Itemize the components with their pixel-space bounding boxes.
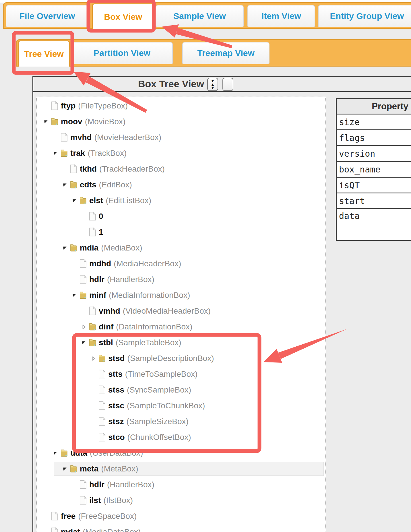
tab-item-view[interactable]: Item View xyxy=(247,5,315,27)
tree-node-stsd[interactable]: stsd(SampleDescriptionBox) xyxy=(37,350,325,366)
file-icon xyxy=(79,496,87,505)
tree-node-edts[interactable]: edts(EditBox) xyxy=(37,177,325,193)
node-toggle-open[interactable] xyxy=(43,119,49,125)
property-table-header: Property xyxy=(337,99,411,114)
tab-label: Tree View xyxy=(24,49,64,59)
node-name: dinf xyxy=(99,322,113,331)
tree-node-moov[interactable]: moov(MovieBox) xyxy=(37,114,325,129)
folder-icon xyxy=(60,448,68,458)
node-toggle-open[interactable] xyxy=(62,182,68,188)
folder-icon xyxy=(79,196,87,205)
tab-file-overview[interactable]: File Overview xyxy=(6,5,89,27)
node-toggle-spacer xyxy=(81,308,87,314)
node-toggle-closed[interactable] xyxy=(90,355,96,362)
node-type: (MediaHeaderBox) xyxy=(114,259,181,268)
node-type: (SyncSampleBox) xyxy=(127,385,191,395)
expand-all-button[interactable]: ▼▲▼ xyxy=(207,78,218,91)
tab-box-view[interactable]: Box View xyxy=(92,3,154,30)
node-toggle-spacer xyxy=(43,513,49,519)
file-icon xyxy=(98,417,106,426)
node-name: stsc xyxy=(108,401,124,410)
file-icon xyxy=(89,212,96,221)
tree-node-stbl[interactable]: stbl(SampleTableBox) xyxy=(37,335,325,350)
tree-node-minf[interactable]: minf(MediaInformationBox) xyxy=(37,287,325,303)
tree-node-stsc[interactable]: stsc(SampleToChunkBox) xyxy=(37,398,325,413)
node-toggle-spacer xyxy=(90,403,96,409)
collapse-node-icon xyxy=(44,119,48,124)
tree-node-mdhd[interactable]: mdhd(MediaHeaderBox) xyxy=(37,256,325,271)
file-icon xyxy=(89,228,96,237)
file-icon xyxy=(79,480,87,489)
tab-sample-view[interactable]: Sample View xyxy=(156,5,244,27)
tree-node-stts[interactable]: stts(TimeToSampleBox) xyxy=(37,366,325,382)
node-type: (TrackHeaderBox) xyxy=(99,164,165,174)
tree-node-0[interactable]: 0 xyxy=(37,208,325,224)
tree-node-ftyp[interactable]: ftyp(FileTypeBox) xyxy=(37,98,325,114)
tab-partition-view[interactable]: Partition View xyxy=(71,42,173,64)
collapse-all-button[interactable] xyxy=(222,78,233,91)
tree-node-vmhd[interactable]: vmhd(VideoMediaHeaderBox) xyxy=(37,303,325,319)
tree-node-mdia[interactable]: mdia(MediaBox) xyxy=(37,240,325,256)
tree-node-mdat[interactable]: mdat(MediaDataBox) xyxy=(37,524,325,532)
tree-node-1[interactable]: 1 xyxy=(37,224,325,240)
node-toggle-spacer xyxy=(81,229,87,235)
node-toggle-open[interactable] xyxy=(71,292,77,298)
tree-node-hdlr[interactable]: hdlr(HandlerBox) xyxy=(37,477,325,492)
tab-entity-group-view[interactable]: Entity Group View xyxy=(318,5,411,27)
folder-icon xyxy=(89,322,96,331)
tree-node-dinf[interactable]: dinf(DataInformationBox) xyxy=(37,319,325,335)
node-type: (MediaInformationBox) xyxy=(109,291,190,300)
node-name: tkhd xyxy=(80,164,97,174)
collapse-node-icon xyxy=(63,182,67,187)
node-type: (MovieHeaderBox) xyxy=(94,133,161,142)
folder-icon xyxy=(70,180,77,189)
tree-node-hdlr[interactable]: hdlr(HandlerBox) xyxy=(37,271,325,287)
tree-node-ilst[interactable]: ilst(IlstBox) xyxy=(37,492,325,508)
node-name: hdlr xyxy=(89,480,104,489)
tree-node-stco[interactable]: stco(ChunkOffsetBox) xyxy=(37,429,325,445)
node-toggle-open[interactable] xyxy=(52,150,59,156)
tree-node-meta[interactable]: meta(MetaBox) xyxy=(37,461,325,477)
node-toggle-open[interactable] xyxy=(81,339,87,346)
property-row-flags: flags xyxy=(337,129,411,145)
property-table: Property sizeflagsversionbox_nameisQTsta… xyxy=(336,98,411,241)
node-name: 0 xyxy=(99,212,103,221)
tree-node-stss[interactable]: stss(SyncSampleBox) xyxy=(37,382,325,398)
node-name: edts xyxy=(80,180,96,189)
node-toggle-open[interactable] xyxy=(52,450,59,456)
tree-node-elst[interactable]: elst(EditListBox) xyxy=(37,193,325,208)
folder-icon xyxy=(98,354,106,363)
node-toggle-open[interactable] xyxy=(62,245,68,251)
tab-tree-view[interactable]: Tree View xyxy=(18,40,70,67)
tree-node-tkhd[interactable]: tkhd(TrackHeaderBox) xyxy=(37,161,325,177)
node-toggle-spacer xyxy=(90,434,96,440)
node-name: mdia xyxy=(80,243,98,253)
tree-node-stsz[interactable]: stsz(SampleSizeBox) xyxy=(37,413,325,429)
property-row-isQT: isQT xyxy=(337,177,411,193)
node-type: (FileTypeBox) xyxy=(78,101,128,110)
tab-treemap-view[interactable]: Treemap View xyxy=(182,42,270,64)
node-name: elst xyxy=(89,196,103,205)
panel-title: Box Tree View xyxy=(33,78,309,90)
node-toggle-open[interactable] xyxy=(71,197,77,204)
file-icon xyxy=(51,527,58,532)
collapse-node-icon xyxy=(82,340,86,345)
node-name: free xyxy=(61,512,75,521)
node-toggle-closed[interactable] xyxy=(81,324,87,330)
node-type: (SampleDescriptionBox) xyxy=(127,354,214,363)
folder-icon xyxy=(70,243,77,253)
tree-node-free[interactable]: free(FreeSpaceBox) xyxy=(37,508,325,524)
tree-node-mvhd[interactable]: mvhd(MovieHeaderBox) xyxy=(37,129,325,145)
node-name: stco xyxy=(108,433,125,442)
node-name: hdlr xyxy=(89,275,104,284)
node-toggle-open[interactable] xyxy=(62,466,68,472)
folder-icon xyxy=(70,244,77,252)
tree-node-trak[interactable]: trak(TrackBox) xyxy=(37,145,325,161)
collapse-node-icon xyxy=(63,467,67,471)
node-name: stss xyxy=(108,385,124,395)
node-name: trak xyxy=(70,149,85,158)
tree-node-udta[interactable]: udta(UserDataBox) xyxy=(37,445,325,461)
node-name: 1 xyxy=(99,228,103,237)
file-icon xyxy=(80,496,87,505)
folder-icon xyxy=(51,117,58,126)
